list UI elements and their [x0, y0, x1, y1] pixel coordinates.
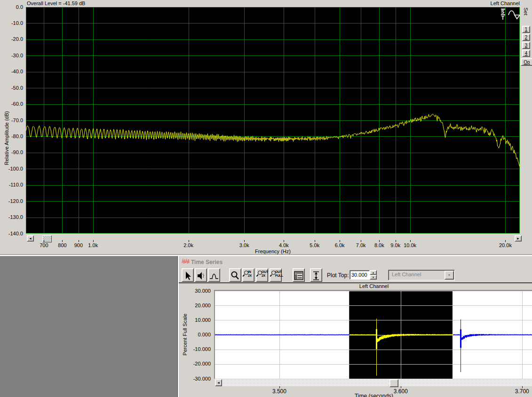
x-tick-mark — [93, 240, 94, 242]
x-tick-label: 4.0k — [279, 242, 289, 248]
preset-button-3[interactable]: 3 — [522, 42, 530, 49]
svg-text:T: T — [501, 16, 504, 21]
x-tick-mark — [244, 240, 245, 242]
y-tick-label: -30.0 — [11, 53, 23, 58]
y-tick-label: -140.0 — [8, 231, 23, 236]
plot-top-input[interactable]: 30.000 — [349, 270, 370, 280]
y-tick-label: -60.0 — [11, 101, 23, 107]
spectrum-plot[interactable] — [26, 7, 520, 234]
x-tick-mark — [44, 240, 44, 242]
plot-top-spinner: ▲ ▼ — [370, 270, 377, 280]
y-tick-label: -50.0 — [11, 85, 23, 91]
preset-button-1[interactable]: 1 — [522, 26, 530, 33]
display-options-button[interactable] — [293, 268, 305, 282]
y-tick-label: -120.0 — [8, 198, 23, 204]
spectrum-x-axis-title: Frequency (Hz) — [26, 249, 520, 254]
zoom-in-2x-button[interactable]: IN 2X — [242, 268, 254, 282]
time-series-y-tick-labels: 30.00020.00010.0000.000-10.000-20.000-30… — [179, 256, 212, 383]
x-tick-mark — [361, 240, 361, 242]
x-tick-mark — [189, 240, 189, 242]
x-tick-mark — [315, 240, 315, 242]
x-tick-mark — [62, 240, 63, 242]
y-tick-label: -40.0 — [11, 69, 23, 74]
y-tick-label: -20.000 — [193, 361, 211, 366]
x-tick-mark — [396, 240, 396, 242]
y-tick-label: 20.000 — [195, 303, 211, 308]
preset-button-4[interactable]: 4 — [522, 50, 530, 57]
zoom-out-full-button[interactable]: OUT FULL — [270, 268, 282, 282]
fit-vertical-icon — [311, 271, 321, 281]
x-tick-label: 2.0k — [183, 242, 193, 248]
svg-text:S: S — [501, 9, 505, 15]
y-tick-label: -90.0 — [11, 149, 23, 155]
y-tick-label: 0.000 — [198, 332, 211, 337]
zoom-out-full-label: OUT FULL — [275, 270, 283, 278]
y-tick-label: -10.000 — [193, 346, 211, 352]
preset-button-2[interactable]: 2 — [522, 34, 530, 41]
y-tick-label: -10.0 — [11, 20, 23, 26]
spectrum-overlay-icons: S T — [500, 8, 521, 21]
x-tick-label: 900 — [74, 242, 83, 248]
spinner-down-button[interactable]: ▼ — [370, 275, 377, 280]
spectrum-channel-label: Left Channel — [491, 0, 520, 6]
workspace-background — [0, 256, 178, 397]
x-tick-label: 9.0k — [390, 242, 400, 248]
x-tick-label: 1.0k — [88, 242, 98, 248]
app-root: { "colors": { "panel": "#d6d3ce", "deskt… — [0, 0, 532, 397]
y-tick-label: -100.0 — [8, 166, 23, 171]
x-tick-label: 3.0k — [239, 242, 249, 248]
y-tick-label: -110.0 — [9, 182, 23, 187]
x-tick-mark — [340, 240, 340, 242]
y-tick-label: -70.0 — [11, 117, 23, 123]
plot-top-label: Plot Top: — [327, 272, 349, 279]
time-series-window: Time Series IN 2X OUT 2X — [178, 256, 532, 397]
magnifier-icon — [230, 271, 240, 281]
time-scrollbar-track[interactable] — [222, 379, 532, 386]
x-tick-label: 700 — [40, 242, 48, 248]
y-tick-label: 10.000 — [195, 317, 211, 323]
chevron-down-icon[interactable]: ▼ — [445, 271, 454, 280]
y-tick-label: -20.0 — [11, 36, 23, 42]
sine-wave-icon[interactable] — [508, 8, 521, 21]
fit-vertical-scale-button[interactable] — [310, 268, 322, 282]
zoom-in-2x-label: IN 2X — [248, 270, 252, 278]
time-scroll-thumb[interactable] — [389, 379, 398, 387]
x-tick-label: 10.0k — [404, 242, 416, 248]
x-tick-mark — [505, 240, 506, 242]
x-tick-label: 6.0k — [335, 242, 345, 248]
channel-select-value: Left Channel — [392, 272, 421, 277]
time-series-plot[interactable] — [215, 291, 532, 379]
channel-select[interactable]: Left Channel ▼ — [388, 270, 455, 280]
time-series-titlebar[interactable]: Time Series — [179, 257, 532, 266]
x-tick-label: 7.0k — [356, 242, 366, 248]
y-tick-label: -30.000 — [193, 376, 211, 381]
x-tick-mark — [79, 240, 79, 242]
time-series-plot-frame — [214, 290, 532, 379]
spectrum-window: Overall Level = -41.59 dB Left Channel R… — [0, 0, 532, 254]
x-tick-mark — [410, 240, 411, 242]
x-tick-label: 5.0k — [310, 242, 319, 248]
x-tick-mark — [284, 240, 284, 242]
spectrum-y-tick-labels: 0.0-10.0-20.0-30.0-40.0-50.0-60.0-70.0-8… — [0, 0, 24, 244]
spectrum-mode-st-icon[interactable]: S T — [500, 8, 507, 21]
y-tick-label: 30.000 — [195, 288, 211, 294]
spectrum-scroll-right-button[interactable]: ► — [515, 235, 522, 241]
spinner-up-button[interactable]: ▲ — [370, 270, 377, 275]
time-scroll-left-button[interactable]: ◄ — [215, 379, 222, 386]
x-tick-mark — [379, 240, 380, 242]
time-series-x-axis-title: Time (seconds) — [215, 393, 532, 397]
options-button[interactable]: Op — [521, 58, 532, 66]
y-tick-label: 0.0 — [16, 4, 23, 10]
y-tick-label: -130.0 — [8, 214, 23, 220]
x-tick-label: 800 — [58, 242, 66, 248]
zoom-tool-button[interactable] — [229, 268, 241, 282]
overall-level-readout: Overall Level = -41.59 dB — [27, 0, 85, 6]
preset-set-label: Set — [523, 8, 529, 16]
spectrum-scroll-left-button[interactable]: ◄ — [27, 235, 34, 241]
zoom-out-2x-label: OUT 2X — [262, 270, 268, 278]
time-series-plot-title: Left Channel — [215, 283, 532, 289]
x-tick-label: 20.0k — [499, 242, 512, 248]
options-dialog-icon — [294, 271, 304, 281]
zoom-out-2x-button[interactable]: OUT 2X — [256, 268, 268, 282]
x-tick-label: 8.0k — [374, 242, 384, 248]
